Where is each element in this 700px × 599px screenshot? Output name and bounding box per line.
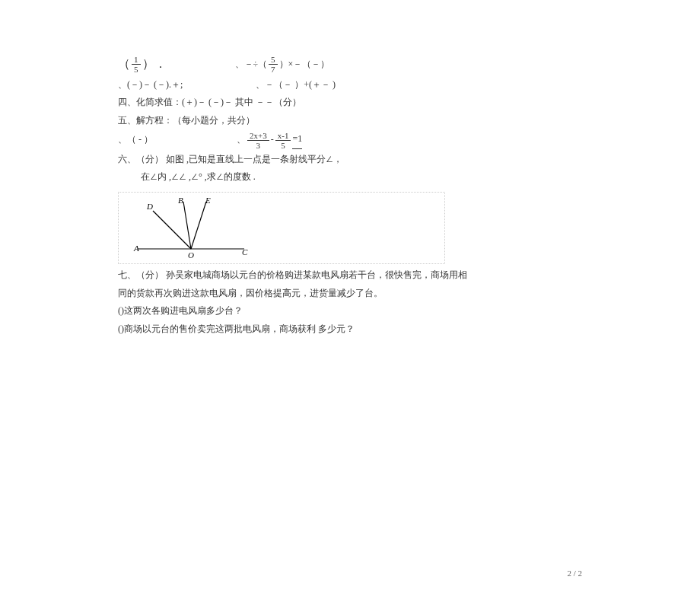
svg-line-3 <box>191 202 206 249</box>
minus: - <box>271 132 274 148</box>
paren-right: ）． <box>142 53 167 75</box>
question-1: ()这两次各购进电风扇多少台？ <box>118 303 544 320</box>
paren-left: （ <box>118 53 130 75</box>
fraction-x1-5: x-1 5 <box>275 131 291 150</box>
section-4-heading: 四、化简求值：(＋)－ (－)－ 其中 －－（分） <box>118 94 544 111</box>
fraction-5-7: 5 7 <box>269 55 278 74</box>
equals: =1 <box>292 131 302 149</box>
section-6-sub: 在∠内 ,∠∠ ,∠° ,求∠的度数 . <box>141 169 544 186</box>
geometry-figure: A C O D B E <box>118 192 445 264</box>
label-E: E <box>205 196 211 205</box>
svg-line-1 <box>153 211 191 249</box>
section-7-line-1: 七、（分） 孙吴家电城商场以元台的价格购进某款电风扇若干台，很快售完，商场用相 <box>118 267 544 284</box>
sep: 、 <box>237 132 246 148</box>
expression-line-1: （ 1 5 ）． 、 －÷（ 5 7 ）×－（－） <box>118 53 544 75</box>
section-5-heading: 五、解方程：（每小题分，共分） <box>118 113 544 129</box>
question-2: ()商场以元台的售价卖完这两批电风扇，商场获利 多少元？ <box>118 321 544 338</box>
label-B: B <box>178 196 183 205</box>
label-C: C <box>242 247 248 256</box>
label-D: D <box>146 202 153 211</box>
document-content: （ 1 5 ）． 、 －÷（ 5 7 ）×－（－） 、(－)－ (－).＋; 、… <box>118 53 544 337</box>
eq-left: 、（ - ） <box>118 132 153 148</box>
section-6-heading: 六、（分） 如图 ,已知是直线上一点是一条射线平分∠， <box>118 151 544 168</box>
label-A: A <box>133 244 139 253</box>
expr-2-left: 、(－)－ (－).＋; <box>118 79 183 90</box>
expr-2-right: 、－（－ ）+(＋－ ) <box>256 79 336 90</box>
label-O: O <box>188 250 194 260</box>
page-number: 2 / 2 <box>567 569 582 578</box>
angle-diagram-svg: A C O D B E <box>126 196 263 260</box>
section-7-line-2: 同的货款再次购进这款电风扇，因价格提高元，进货量减少了台。 <box>118 285 544 302</box>
expr-prefix: －÷（ <box>244 56 268 73</box>
sep: 、 <box>235 56 244 73</box>
fraction-2x3-3: 2x+3 3 <box>247 131 269 150</box>
expr-suffix: ）×－（－） <box>279 56 330 73</box>
expression-line-2: 、(－)－ (－).＋; 、－（－ ）+(＋－ ) <box>118 77 544 94</box>
equation-line: 、（ - ） 、 2x+3 3 - x-1 5 =1 <box>118 131 544 150</box>
fraction-1-5: 1 5 <box>132 55 141 74</box>
